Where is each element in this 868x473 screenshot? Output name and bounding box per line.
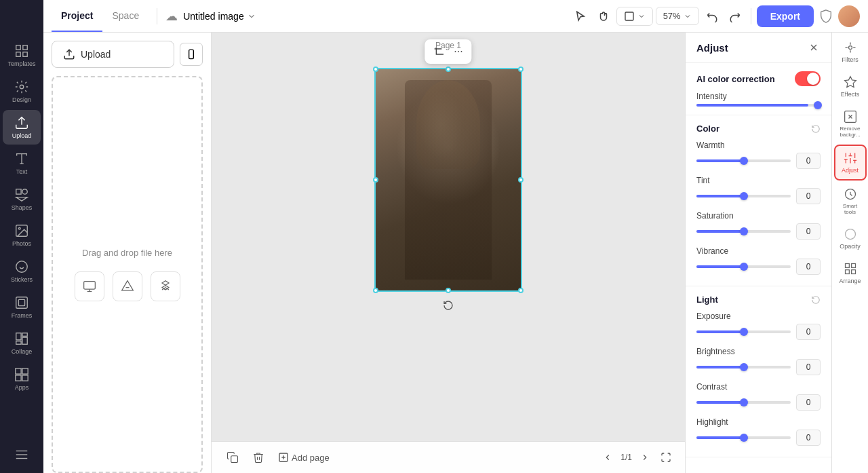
tint-slider[interactable] <box>696 195 791 197</box>
adjust-close-btn[interactable] <box>807 41 821 54</box>
upload-from-computer[interactable] <box>75 271 104 301</box>
svg-point-10 <box>22 189 27 194</box>
sidebar-item-frames[interactable]: Frames <box>3 290 41 324</box>
mobile-view-btn[interactable] <box>180 43 203 66</box>
fullscreen-btn[interactable] <box>658 449 674 466</box>
right-sidebar-effects[interactable]: Effects <box>834 70 867 103</box>
handle-mb[interactable] <box>446 288 451 293</box>
prev-page-btn[interactable] <box>600 450 615 465</box>
vibrance-slider[interactable] <box>696 265 791 268</box>
saturation-value: 0 <box>796 223 821 240</box>
brightness-value: 0 <box>796 359 821 375</box>
left-sidebar: Templates Design Upload Text Shapes Phot… <box>0 0 43 473</box>
vibrance-value: 0 <box>796 259 821 275</box>
color-reset-btn[interactable] <box>811 124 821 134</box>
saturation-slider[interactable] <box>696 230 791 233</box>
saturation-slider-row: Saturation 0 <box>696 211 821 240</box>
highlight-slider[interactable] <box>696 436 791 439</box>
right-sidebar-opacity[interactable]: Opacity <box>834 222 867 255</box>
intensity-slider-track[interactable] <box>696 104 821 107</box>
right-sidebar-smart[interactable]: Smart tools <box>834 182 867 221</box>
svg-point-41 <box>848 46 852 50</box>
warmth-slider[interactable] <box>696 159 791 162</box>
light-section: Light Exposure 0 Brightness <box>686 286 831 457</box>
svg-point-5 <box>20 85 24 89</box>
document-title[interactable]: Untitled image <box>183 11 256 22</box>
highlight-label: Highlight <box>696 417 821 427</box>
export-button[interactable]: Export <box>757 5 814 27</box>
copy-page-btn[interactable] <box>222 447 243 468</box>
svg-rect-29 <box>189 50 194 58</box>
sidebar-item-photos[interactable]: Photos <box>3 218 41 252</box>
sidebar-item-text[interactable]: Text <box>3 146 41 181</box>
sidebar-item-templates[interactable]: Templates <box>3 38 41 73</box>
brightness-slider[interactable] <box>696 366 791 368</box>
exposure-value: 0 <box>796 324 821 340</box>
select-tool-btn[interactable] <box>570 6 591 26</box>
tab-space[interactable]: Space <box>102 1 149 32</box>
tab-project[interactable]: Project <box>52 1 102 32</box>
svg-rect-22 <box>22 368 28 374</box>
color-section: Color Warmth 0 Tint <box>686 115 831 286</box>
svg-rect-56 <box>851 264 855 268</box>
exposure-slider[interactable] <box>696 330 791 333</box>
exposure-slider-row: Exposure 0 <box>696 311 821 340</box>
canvas-bottom-toolbar: Add page 1/1 <box>212 441 685 473</box>
upload-from-drive[interactable] <box>113 271 142 301</box>
handle-bl[interactable] <box>373 288 378 293</box>
contrast-slider-row: Contrast 0 <box>696 382 821 411</box>
handle-br[interactable] <box>518 288 524 293</box>
tint-label: Tint <box>696 176 821 185</box>
svg-rect-3 <box>16 52 20 56</box>
handle-tr[interactable] <box>518 67 524 72</box>
warmth-label: Warmth <box>696 140 821 150</box>
handle-tl[interactable] <box>373 67 378 72</box>
upload-panel: Upload Drag and drop file here <box>43 0 212 473</box>
warmth-slider-row: Warmth 0 <box>696 140 821 169</box>
undo-btn[interactable] <box>702 6 722 26</box>
sidebar-item-apps[interactable]: Apps <box>3 362 41 396</box>
ai-toggle[interactable] <box>795 71 821 86</box>
highlight-value: 0 <box>796 430 821 446</box>
sidebar-item-design[interactable]: Design <box>3 74 41 109</box>
upload-from-dropbox[interactable] <box>151 271 180 301</box>
contrast-slider[interactable] <box>696 401 791 404</box>
svg-point-14 <box>16 261 28 273</box>
sidebar-item-more[interactable] <box>3 442 41 468</box>
svg-rect-19 <box>22 337 27 344</box>
user-avatar[interactable] <box>838 5 860 27</box>
right-sidebar-arrange[interactable]: Arrange <box>834 257 867 290</box>
right-sidebar-adjust[interactable]: Adjust <box>834 145 867 181</box>
sidebar-item-stickers[interactable]: Stickers <box>3 254 41 288</box>
upload-button[interactable]: Upload <box>52 41 174 68</box>
exposure-label: Exposure <box>696 311 821 321</box>
svg-rect-20 <box>16 341 21 345</box>
zoom-control[interactable]: 57% <box>656 7 699 25</box>
right-sidebar-removebg[interactable]: Remove backgr... <box>834 105 867 143</box>
handle-mr[interactable] <box>518 177 524 183</box>
intensity-slider-thumb[interactable] <box>814 101 822 109</box>
handle-ml[interactable] <box>373 177 378 183</box>
sidebar-item-shapes[interactable]: Shapes <box>3 182 41 216</box>
saturation-label: Saturation <box>696 211 821 221</box>
ai-color-correction-section: AI color correction Intensity <box>686 63 831 115</box>
delete-page-btn[interactable] <box>248 447 269 468</box>
rotate-handle[interactable] <box>441 299 455 312</box>
svg-rect-16 <box>18 299 24 305</box>
sidebar-item-upload[interactable]: Upload <box>3 110 41 145</box>
svg-marker-42 <box>844 77 856 88</box>
sidebar-item-collage[interactable]: Collage <box>3 326 41 360</box>
right-sidebar-filters[interactable]: Filters <box>834 35 867 69</box>
add-page-btn[interactable]: Add page <box>274 448 334 467</box>
svg-rect-9 <box>16 189 21 194</box>
redo-btn[interactable] <box>725 6 745 26</box>
adjust-panel: Adjust AI color correction Intensity <box>685 0 831 473</box>
canvas-image-wrapper[interactable]: ··· <box>374 68 522 292</box>
contrast-label: Contrast <box>696 382 821 392</box>
handle-mt[interactable] <box>446 67 451 72</box>
next-page-btn[interactable] <box>637 450 652 465</box>
contrast-value: 0 <box>796 394 821 411</box>
hand-tool-btn[interactable] <box>593 6 614 26</box>
frame-tool-btn[interactable] <box>616 7 653 26</box>
light-reset-btn[interactable] <box>811 295 821 305</box>
